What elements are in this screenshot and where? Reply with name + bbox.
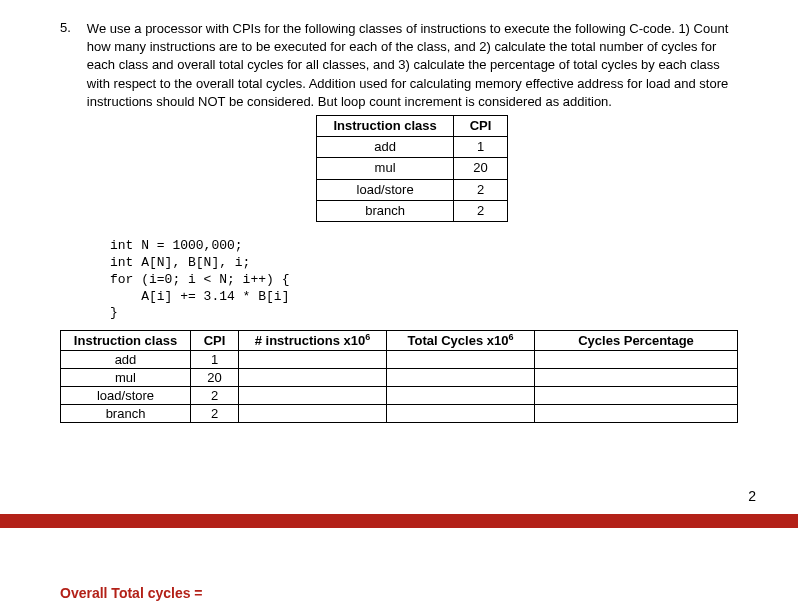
header-cpi: CPI xyxy=(453,115,508,136)
page-content: 5. We use a processor with CPIs for the … xyxy=(0,0,798,423)
table-row: branch 2 xyxy=(317,200,508,221)
cell-cpi: 20 xyxy=(453,158,508,179)
cell-instructions xyxy=(239,386,387,404)
table-row: branch 2 xyxy=(61,404,738,422)
cell-cpi: 1 xyxy=(191,350,239,368)
cell-instructions xyxy=(239,404,387,422)
table-row: mul 20 xyxy=(317,158,508,179)
question-body: We use a processor with CPIs for the fol… xyxy=(87,20,738,222)
cell-total xyxy=(387,368,535,386)
cell-instructions xyxy=(239,368,387,386)
cell-cpi: 1 xyxy=(453,137,508,158)
question-number: 5. xyxy=(60,20,71,222)
code-line: } xyxy=(110,305,118,320)
page-number: 2 xyxy=(748,488,756,504)
cell-pct xyxy=(535,350,738,368)
cell-instructions xyxy=(239,350,387,368)
header-cpi: CPI xyxy=(191,331,239,350)
header-class: Instruction class xyxy=(317,115,453,136)
cell-cpi: 2 xyxy=(453,200,508,221)
header-class: Instruction class xyxy=(61,331,191,350)
cell-cpi: 2 xyxy=(191,404,239,422)
cell-class: add xyxy=(317,137,453,158)
cell-total xyxy=(387,404,535,422)
cell-total xyxy=(387,350,535,368)
table-row: Instruction class CPI # instructions x10… xyxy=(61,331,738,350)
question-text: We use a processor with CPIs for the fol… xyxy=(87,20,738,111)
table-row: load/store 2 xyxy=(317,179,508,200)
cell-cpi: 2 xyxy=(191,386,239,404)
cell-total xyxy=(387,386,535,404)
cpi-table: Instruction class CPI add 1 mul 20 load/… xyxy=(316,115,508,222)
divider-bar xyxy=(0,514,798,528)
cell-class: branch xyxy=(317,200,453,221)
cell-cpi: 20 xyxy=(191,368,239,386)
code-line: A[i] += 3.14 * B[i] xyxy=(110,289,289,304)
table-row: mul 20 xyxy=(61,368,738,386)
cell-class: load/store xyxy=(317,179,453,200)
cell-class: load/store xyxy=(61,386,191,404)
code-line: for (i=0; i < N; i++) { xyxy=(110,272,289,287)
header-instructions: # instructions x106 xyxy=(239,331,387,350)
code-line: int N = 1000,000; xyxy=(110,238,243,253)
code-line: int A[N], B[N], i; xyxy=(110,255,250,270)
calculation-table: Instruction class CPI # instructions x10… xyxy=(60,330,738,422)
header-total-cycles: Total Cycles x106 xyxy=(387,331,535,350)
cell-cpi: 2 xyxy=(453,179,508,200)
overall-total-label: Overall Total cycles = xyxy=(60,585,203,601)
code-block: int N = 1000,000; int A[N], B[N], i; for… xyxy=(110,238,738,322)
table-row: add 1 xyxy=(317,137,508,158)
cell-pct xyxy=(535,386,738,404)
cell-class: add xyxy=(61,350,191,368)
table-row: add 1 xyxy=(61,350,738,368)
cell-class: mul xyxy=(317,158,453,179)
cell-class: branch xyxy=(61,404,191,422)
table-row: load/store 2 xyxy=(61,386,738,404)
question-block: 5. We use a processor with CPIs for the … xyxy=(60,20,738,222)
cell-class: mul xyxy=(61,368,191,386)
header-cycles-percentage: Cycles Percentage xyxy=(535,331,738,350)
cell-pct xyxy=(535,368,738,386)
cell-pct xyxy=(535,404,738,422)
table-row: Instruction class CPI xyxy=(317,115,508,136)
